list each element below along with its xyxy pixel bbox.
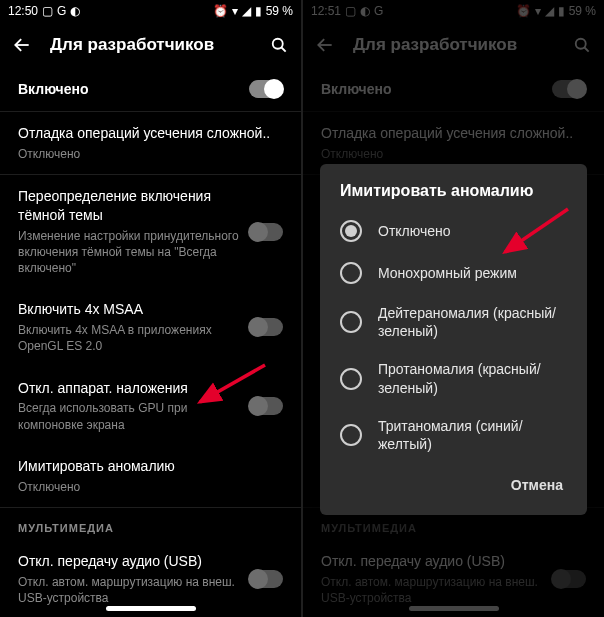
signal-icon: ◢ bbox=[242, 4, 251, 18]
dark-override-row[interactable]: Переопределение включения тёмной темы Из… bbox=[0, 175, 301, 288]
radio-option-disabled[interactable]: Отключено bbox=[320, 210, 587, 252]
radio-icon bbox=[340, 220, 362, 242]
hw-sub: Всегда использовать GPU при компоновке э… bbox=[18, 400, 249, 432]
category-multimedia: МУЛЬТИМЕДИА bbox=[0, 508, 301, 540]
alarm-icon: ⏰ bbox=[213, 4, 228, 18]
enabled-switch[interactable] bbox=[249, 80, 283, 98]
dark-title: Переопределение включения тёмной темы bbox=[18, 187, 249, 225]
trim-sub: Отключено bbox=[18, 146, 283, 162]
svg-point-0 bbox=[273, 39, 283, 49]
trim-row[interactable]: Отладка операций усечения сложной.. Откл… bbox=[0, 112, 301, 174]
radio-option-tritanomaly[interactable]: Тританомалия (синий/желтый) bbox=[320, 407, 587, 463]
sim-sub: Отключено bbox=[18, 479, 283, 495]
enabled-row[interactable]: Включено bbox=[0, 68, 301, 111]
phone-right: 12:51 ▢◐G ⏰▾◢▮ 59 % Для разработчиков Вк… bbox=[303, 0, 604, 617]
trim-title: Отладка операций усечения сложной.. bbox=[18, 124, 283, 143]
radio-label: Отключено bbox=[378, 222, 451, 240]
radio-option-monochrome[interactable]: Монохромный режим bbox=[320, 252, 587, 294]
msaa-sub: Включить 4x MSAA в приложениях OpenGL ES… bbox=[18, 322, 249, 354]
page-title: Для разработчиков bbox=[50, 35, 214, 55]
radio-icon bbox=[340, 311, 362, 333]
radio-label: Монохромный режим bbox=[378, 264, 517, 282]
dark-sub: Изменение настройки принудительного вклю… bbox=[18, 228, 249, 277]
usb-sub: Откл. автом. маршрутизацию на внеш. USB-… bbox=[18, 574, 249, 606]
dark-switch[interactable] bbox=[249, 223, 283, 241]
image-icon: ▢ bbox=[42, 4, 53, 18]
back-button[interactable] bbox=[8, 31, 36, 59]
nav-pill[interactable] bbox=[106, 606, 196, 611]
hw-overlay-row[interactable]: Откл. аппарат. наложения Всегда использо… bbox=[0, 367, 301, 445]
status-bar: 12:50 ▢ G ◐ ⏰ ▾ ◢ ▮ 59 % bbox=[0, 0, 301, 22]
cancel-button[interactable]: Отмена bbox=[505, 469, 569, 501]
cloud-icon: ◐ bbox=[70, 4, 80, 18]
anomaly-dialog: Имитировать аномалию Отключено Монохромн… bbox=[320, 164, 587, 515]
sim-title: Имитировать аномалию bbox=[18, 457, 283, 476]
usb-switch[interactable] bbox=[249, 570, 283, 588]
radio-option-deuteranomaly[interactable]: Дейтераномалия (красный/зеленый) bbox=[320, 294, 587, 350]
battery-percent: 59 % bbox=[266, 4, 293, 18]
wifi-icon: ▾ bbox=[232, 4, 238, 18]
radio-label: Дейтераномалия (красный/зеленый) bbox=[378, 304, 567, 340]
nav-pill[interactable] bbox=[409, 606, 499, 611]
msaa-row[interactable]: Включить 4x MSAA Включить 4x MSAA в прил… bbox=[0, 288, 301, 366]
app-bar: Для разработчиков bbox=[0, 22, 301, 68]
msaa-title: Включить 4x MSAA bbox=[18, 300, 249, 319]
msaa-switch[interactable] bbox=[249, 318, 283, 336]
battery-icon: ▮ bbox=[255, 4, 262, 18]
phone-left: 12:50 ▢ G ◐ ⏰ ▾ ◢ ▮ 59 % Для разработчик… bbox=[0, 0, 301, 617]
radio-icon bbox=[340, 368, 362, 390]
search-button[interactable] bbox=[265, 31, 293, 59]
hw-switch[interactable] bbox=[249, 397, 283, 415]
enabled-label: Включено bbox=[18, 80, 249, 99]
simulate-anomaly-row[interactable]: Имитировать аномалию Отключено bbox=[0, 445, 301, 507]
radio-icon bbox=[340, 262, 362, 284]
status-time: 12:50 bbox=[8, 4, 38, 18]
hw-title: Откл. аппарат. наложения bbox=[18, 379, 249, 398]
radio-option-protanomaly[interactable]: Протаномалия (красный/зеленый) bbox=[320, 350, 587, 406]
radio-label: Протаномалия (красный/зеленый) bbox=[378, 360, 567, 396]
google-icon: G bbox=[57, 4, 66, 18]
dialog-title: Имитировать аномалию bbox=[320, 182, 587, 210]
usb-title: Откл. передачу аудио (USB) bbox=[18, 552, 249, 571]
radio-label: Тританомалия (синий/желтый) bbox=[378, 417, 567, 453]
radio-icon bbox=[340, 424, 362, 446]
